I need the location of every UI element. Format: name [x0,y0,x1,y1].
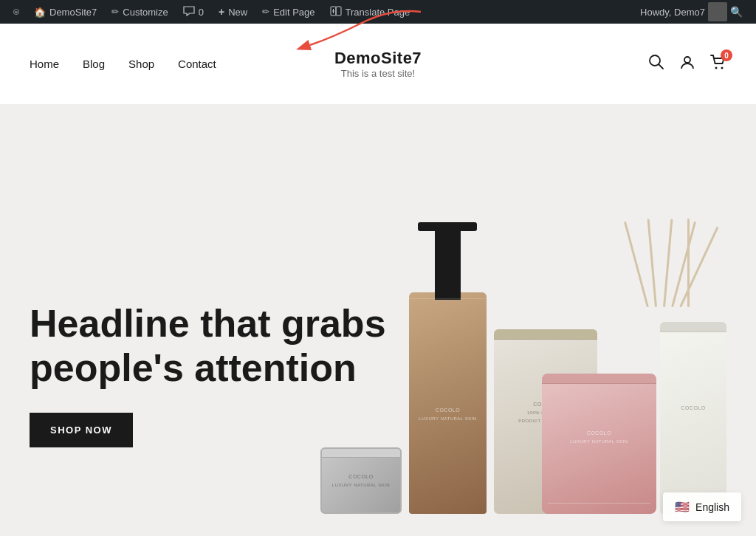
nav-home[interactable]: Home [30,58,59,70]
main-nav: Home Blog Shop Contact [30,58,216,70]
admin-search-icon[interactable]: 🔍 [730,6,743,18]
site-logo: DemoSite7 This is a test site! [334,49,422,79]
admin-bar-new[interactable]: + New [211,0,255,24]
translate-icon [330,6,342,18]
svg-line-8 [659,64,663,69]
admin-bar-customize[interactable]: ✏ Customize [104,0,175,24]
site-title: DemoSite7 [334,49,422,68]
nav-contact[interactable]: Contact [178,58,216,70]
language-switcher[interactable]: 🇺🇸 English [663,492,741,521]
product-diffuser: COCOLO [660,322,726,514]
svg-point-10 [715,67,718,69]
admin-bar-right: Howdy, Demo7 🔍 [633,2,750,21]
admin-bar-site-name[interactable]: 🏠 DemoSite7 [27,0,104,24]
admin-bar: W 🏠 DemoSite7 ✏ Customize 0 + New ✏ Edit… [0,0,756,24]
comments-icon [183,6,195,18]
site-tagline: This is a test site! [334,68,422,79]
svg-point-9 [684,57,690,63]
diffuser-sticks [647,219,690,307]
search-icon[interactable] [648,54,664,74]
home-icon: 🏠 [34,7,46,18]
svg-rect-3 [336,7,341,16]
nav-blog[interactable]: Blog [83,58,105,70]
product-pump-bottle: COCOLOLUXURY NATURAL SKIN [409,292,487,514]
product-small-jar: COCOLOLUXURY NATURAL SKIN [320,447,402,514]
hero-section: Headline that grabs people's attention S… [0,105,756,536]
header-icons: 0 [648,54,726,74]
cart-count: 0 [721,49,732,61]
admin-bar-translate-page[interactable]: Translate Page [323,0,418,24]
svg-point-11 [721,67,724,69]
customize-icon: ✏ [111,7,119,17]
product-pink-jar: COCOLOLUXURY NATURAL SKIN [542,374,656,514]
edit-icon: ✏ [262,7,269,17]
account-icon[interactable] [679,54,695,74]
flag-icon: 🇺🇸 [675,500,690,514]
wp-logo[interactable]: W [6,1,27,22]
plus-icon: + [219,6,224,18]
admin-bar-edit-page[interactable]: ✏ Edit Page [255,0,322,24]
hero-content: Headline that grabs people's attention S… [30,302,413,447]
site-header: Home Blog Shop Contact DemoSite7 This is… [0,24,756,105]
cart-icon[interactable]: 0 [710,54,726,74]
admin-bar-comments[interactable]: 0 [176,0,211,24]
nav-shop[interactable]: Shop [128,58,154,70]
hero-headline: Headline that grabs people's attention [30,302,413,391]
language-label: English [695,501,729,513]
shop-now-button[interactable]: SHOP NOW [30,413,133,447]
svg-text:W: W [15,10,18,14]
